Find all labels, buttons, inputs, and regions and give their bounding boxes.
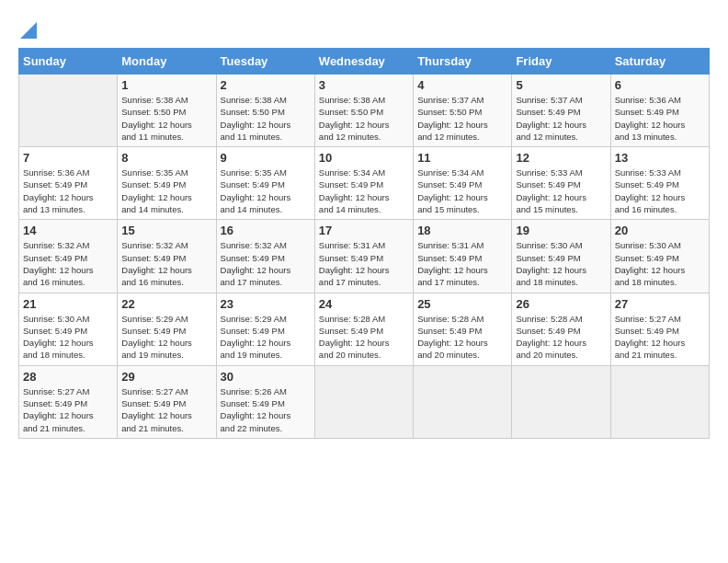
day-info: Sunrise: 5:29 AM Sunset: 5:49 PM Dayligh… [221,313,311,362]
day-of-week-header: Tuesday [216,49,314,75]
svg-marker-0 [20,22,37,39]
day-number: 2 [221,78,311,92]
day-number: 5 [516,78,606,92]
day-of-week-header: Monday [118,49,216,75]
day-number: 11 [417,151,507,165]
day-info: Sunrise: 5:26 AM Sunset: 5:49 PM Dayligh… [221,385,311,434]
day-info: Sunrise: 5:35 AM Sunset: 5:49 PM Dayligh… [121,167,211,215]
calendar-cell: 20Sunrise: 5:30 AM Sunset: 5:49 PM Dayli… [610,220,709,293]
calendar-cell: 15Sunrise: 5:32 AM Sunset: 5:49 PM Dayli… [118,220,216,293]
day-number: 14 [23,224,113,237]
calendar-cell: 17Sunrise: 5:31 AM Sunset: 5:49 PM Dayli… [314,220,413,293]
day-number: 24 [319,297,409,311]
day-of-week-header: Saturday [610,49,709,75]
day-number: 28 [23,370,113,384]
day-info: Sunrise: 5:38 AM Sunset: 5:50 PM Dayligh… [121,94,211,143]
day-number: 22 [121,297,211,311]
day-info: Sunrise: 5:32 AM Sunset: 5:49 PM Dayligh… [23,239,113,288]
calendar-cell: 30Sunrise: 5:26 AM Sunset: 5:49 PM Dayli… [216,365,314,438]
day-number: 21 [23,297,113,311]
day-of-week-header: Sunday [19,49,118,75]
day-of-week-header: Friday [512,49,610,75]
calendar-cell: 25Sunrise: 5:28 AM Sunset: 5:49 PM Dayli… [414,293,512,365]
calendar-week-row: 1Sunrise: 5:38 AM Sunset: 5:50 PM Daylig… [19,75,710,147]
day-info: Sunrise: 5:27 AM Sunset: 5:49 PM Dayligh… [23,385,113,434]
day-info: Sunrise: 5:34 AM Sunset: 5:49 PM Dayligh… [319,167,409,215]
day-of-week-header: Thursday [414,49,512,75]
calendar-cell [414,365,512,438]
calendar-cell [314,365,413,438]
day-number: 4 [417,78,507,92]
day-info: Sunrise: 5:37 AM Sunset: 5:50 PM Dayligh… [417,94,507,143]
calendar-cell: 3Sunrise: 5:38 AM Sunset: 5:50 PM Daylig… [314,75,413,147]
day-info: Sunrise: 5:27 AM Sunset: 5:49 PM Dayligh… [121,385,211,434]
day-info: Sunrise: 5:27 AM Sunset: 5:49 PM Dayligh… [615,313,705,362]
page-header [18,18,710,39]
day-of-week-header: Wednesday [314,49,413,75]
day-info: Sunrise: 5:36 AM Sunset: 5:49 PM Dayligh… [615,94,705,143]
day-info: Sunrise: 5:31 AM Sunset: 5:49 PM Dayligh… [417,239,507,288]
day-number: 15 [121,224,211,237]
day-info: Sunrise: 5:38 AM Sunset: 5:50 PM Dayligh… [319,94,409,143]
day-number: 12 [516,151,606,165]
calendar-cell: 5Sunrise: 5:37 AM Sunset: 5:49 PM Daylig… [512,75,610,147]
day-info: Sunrise: 5:32 AM Sunset: 5:49 PM Dayligh… [121,239,211,288]
day-info: Sunrise: 5:36 AM Sunset: 5:49 PM Dayligh… [23,167,113,215]
calendar-cell: 13Sunrise: 5:33 AM Sunset: 5:49 PM Dayli… [610,147,709,220]
calendar-cell: 8Sunrise: 5:35 AM Sunset: 5:49 PM Daylig… [118,147,216,220]
calendar-cell: 4Sunrise: 5:37 AM Sunset: 5:50 PM Daylig… [414,75,512,147]
day-number: 26 [516,297,606,311]
day-info: Sunrise: 5:33 AM Sunset: 5:49 PM Dayligh… [615,167,705,215]
calendar-week-row: 14Sunrise: 5:32 AM Sunset: 5:49 PM Dayli… [19,220,710,293]
day-info: Sunrise: 5:33 AM Sunset: 5:49 PM Dayligh… [516,167,606,215]
calendar-cell: 11Sunrise: 5:34 AM Sunset: 5:49 PM Dayli… [414,147,512,220]
day-number: 30 [221,370,311,384]
calendar-cell: 18Sunrise: 5:31 AM Sunset: 5:49 PM Dayli… [414,220,512,293]
day-number: 3 [319,78,409,92]
calendar-cell: 26Sunrise: 5:28 AM Sunset: 5:49 PM Dayli… [512,293,610,365]
day-number: 20 [615,224,705,237]
calendar-cell [512,365,610,438]
day-number: 1 [121,78,211,92]
day-info: Sunrise: 5:28 AM Sunset: 5:49 PM Dayligh… [417,313,507,362]
logo [18,18,37,39]
calendar-cell: 23Sunrise: 5:29 AM Sunset: 5:49 PM Dayli… [216,293,314,365]
calendar-cell: 21Sunrise: 5:30 AM Sunset: 5:49 PM Dayli… [19,293,118,365]
calendar-cell: 1Sunrise: 5:38 AM Sunset: 5:50 PM Daylig… [118,75,216,147]
calendar-cell: 28Sunrise: 5:27 AM Sunset: 5:49 PM Dayli… [19,365,118,438]
day-number: 25 [417,297,507,311]
calendar-week-row: 7Sunrise: 5:36 AM Sunset: 5:49 PM Daylig… [19,147,710,220]
day-number: 16 [221,224,311,237]
day-info: Sunrise: 5:35 AM Sunset: 5:49 PM Dayligh… [221,167,311,215]
day-number: 17 [319,224,409,237]
day-info: Sunrise: 5:28 AM Sunset: 5:49 PM Dayligh… [319,313,409,362]
calendar-cell: 7Sunrise: 5:36 AM Sunset: 5:49 PM Daylig… [19,147,118,220]
day-number: 13 [615,151,705,165]
day-number: 29 [121,370,211,384]
day-number: 19 [516,224,606,237]
calendar-cell: 19Sunrise: 5:30 AM Sunset: 5:49 PM Dayli… [512,220,610,293]
day-number: 7 [23,151,113,165]
day-number: 18 [417,224,507,237]
calendar-cell: 27Sunrise: 5:27 AM Sunset: 5:49 PM Dayli… [610,293,709,365]
day-info: Sunrise: 5:32 AM Sunset: 5:49 PM Dayligh… [221,239,311,288]
day-number: 10 [319,151,409,165]
day-info: Sunrise: 5:30 AM Sunset: 5:49 PM Dayligh… [23,313,113,362]
calendar-cell: 24Sunrise: 5:28 AM Sunset: 5:49 PM Dayli… [314,293,413,365]
calendar-header-row: SundayMondayTuesdayWednesdayThursdayFrid… [19,49,710,75]
calendar-cell: 14Sunrise: 5:32 AM Sunset: 5:49 PM Dayli… [19,220,118,293]
calendar-week-row: 21Sunrise: 5:30 AM Sunset: 5:49 PM Dayli… [19,293,710,365]
calendar-cell [610,365,709,438]
calendar-cell: 2Sunrise: 5:38 AM Sunset: 5:50 PM Daylig… [216,75,314,147]
day-number: 9 [221,151,311,165]
day-info: Sunrise: 5:29 AM Sunset: 5:49 PM Dayligh… [121,313,211,362]
day-info: Sunrise: 5:34 AM Sunset: 5:49 PM Dayligh… [417,167,507,215]
day-info: Sunrise: 5:28 AM Sunset: 5:49 PM Dayligh… [516,313,606,362]
day-info: Sunrise: 5:30 AM Sunset: 5:49 PM Dayligh… [516,239,606,288]
day-number: 6 [615,78,705,92]
calendar-cell: 29Sunrise: 5:27 AM Sunset: 5:49 PM Dayli… [118,365,216,438]
day-info: Sunrise: 5:37 AM Sunset: 5:49 PM Dayligh… [516,94,606,143]
day-info: Sunrise: 5:31 AM Sunset: 5:49 PM Dayligh… [319,239,409,288]
calendar-cell: 9Sunrise: 5:35 AM Sunset: 5:49 PM Daylig… [216,147,314,220]
logo-icon [18,18,37,39]
